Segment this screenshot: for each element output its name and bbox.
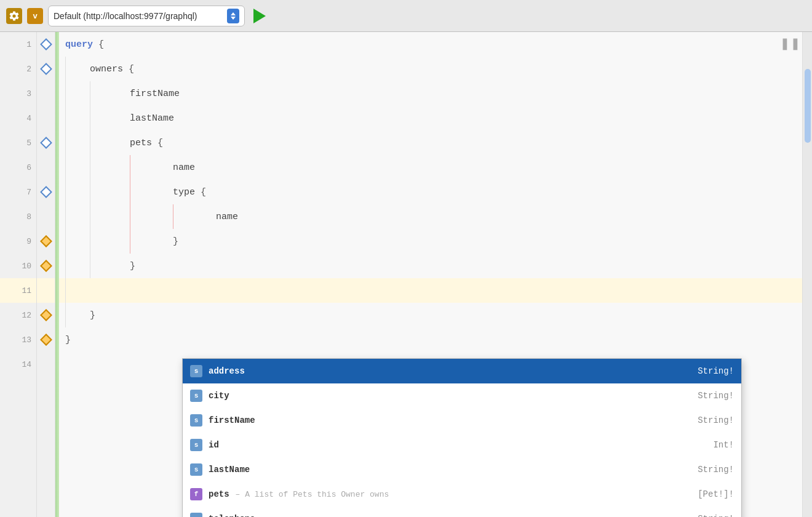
line-number-10: 10 — [0, 254, 36, 278]
code-line-4: lastName — [59, 106, 802, 130]
autocomplete-item-city[interactable]: s city String! — [183, 383, 741, 408]
code-token-brace-7: { — [201, 187, 206, 198]
line-number-8: 8 — [0, 204, 36, 229]
gutter-row-8 — [37, 204, 55, 229]
autocomplete-item-firstname[interactable]: s firstName String! — [183, 408, 741, 433]
code-token-query: query — [65, 39, 93, 50]
line-numbers: 1 2 3 4 5 6 7 8 9 10 11 12 13 14 — [0, 32, 37, 517]
gutter-row-7 — [37, 180, 55, 204]
line-number-4: 4 — [0, 106, 36, 130]
code-editor[interactable]: query { owners { firstName — [59, 32, 802, 517]
autocomplete-type-city: String! — [698, 391, 734, 401]
autocomplete-type-id: Int! — [713, 440, 734, 450]
code-token-brace-13: } — [65, 335, 71, 345]
code-token-name-8: name — [216, 212, 238, 222]
line-number-12: 12 — [0, 303, 36, 327]
gutter-row-4 — [37, 106, 55, 130]
gutter-row-6 — [37, 155, 55, 180]
gutter-icon-13[interactable] — [40, 334, 52, 346]
autocomplete-desc-pets: – A list of Pets this Owner owns — [236, 490, 389, 499]
line-number-5: 5 — [0, 130, 36, 155]
code-token-brace-1: { — [98, 39, 104, 50]
code-token-brace-2: { — [129, 64, 134, 74]
url-dropdown-icon[interactable] — [227, 9, 239, 23]
autocomplete-item-lastname[interactable]: s lastName String! — [183, 457, 741, 482]
code-token-brace-9: } — [173, 236, 178, 247]
main-content: ❚❚ 1 2 3 4 5 6 7 8 9 10 11 12 13 14 — [0, 32, 812, 517]
run-button[interactable] — [250, 6, 269, 26]
badge-pets: f — [190, 488, 202, 500]
gutter-row-12 — [37, 303, 55, 327]
autocomplete-type-address: String! — [698, 366, 734, 376]
code-line-3: firstName — [59, 81, 802, 106]
badge-lastname: s — [190, 463, 202, 476]
gutter-icon-7[interactable] — [40, 186, 52, 198]
scrollbar-thumb[interactable] — [805, 69, 811, 143]
gutter-icon-12[interactable] — [40, 309, 52, 321]
url-text: Default (http://localhost:9977/graphql) — [54, 11, 223, 21]
code-line-11 — [59, 278, 802, 303]
gutter-icon-2[interactable] — [40, 63, 52, 75]
gutter-row-10 — [37, 254, 55, 278]
gutter-row-13 — [37, 327, 55, 352]
code-token-name-6: name — [173, 162, 195, 173]
autocomplete-item-pets[interactable]: f pets – A list of Pets this Owner owns … — [183, 482, 741, 507]
code-line-7: type { — [59, 180, 802, 204]
code-token-brace-10: } — [130, 261, 135, 271]
code-line-13: } — [59, 327, 802, 352]
code-token-lastname: lastName — [130, 113, 174, 124]
autocomplete-name-firstname: firstName — [209, 415, 255, 425]
gutter-icon-5[interactable] — [40, 137, 52, 149]
badge-address: s — [190, 365, 202, 377]
gutter-row-2 — [37, 57, 55, 81]
gutter-icon-10[interactable] — [40, 260, 52, 272]
badge-id: s — [190, 439, 202, 451]
gutter-icon-9[interactable] — [40, 235, 52, 247]
v-icon[interactable]: v — [27, 8, 43, 24]
line-number-13: 13 — [0, 327, 36, 352]
gutter-row-5 — [37, 130, 55, 155]
gutter — [37, 32, 55, 517]
code-line-6: name — [59, 155, 802, 180]
url-bar[interactable]: Default (http://localhost:9977/graphql) — [48, 6, 245, 26]
gutter-row-3 — [37, 81, 55, 106]
gear-icon[interactable] — [6, 8, 22, 24]
code-token-pets: pets — [130, 138, 152, 148]
line-number-14: 14 — [0, 352, 36, 377]
scrollbar-area[interactable] — [802, 32, 812, 517]
autocomplete-item-address[interactable]: s address String! — [183, 359, 741, 383]
line-number-1: 1 — [0, 32, 36, 57]
badge-telephone: s — [190, 513, 202, 517]
code-token-brace-12: } — [90, 310, 95, 321]
line-number-9: 9 — [0, 229, 36, 254]
code-token-firstname: firstName — [130, 89, 180, 99]
code-line-10: } — [59, 254, 802, 278]
autocomplete-name-city: city — [209, 391, 229, 401]
run-triangle-icon — [253, 9, 266, 23]
gutter-icon-1[interactable] — [40, 38, 52, 50]
code-token-brace-5: { — [157, 138, 163, 148]
line-number-7: 7 — [0, 180, 36, 204]
autocomplete-name-telephone: telephone — [209, 514, 255, 517]
gutter-row-9 — [37, 229, 55, 254]
toolbar: v Default (http://localhost:9977/graphql… — [0, 0, 812, 32]
code-line-5: pets { — [59, 130, 802, 155]
editor-area[interactable]: ❚❚ 1 2 3 4 5 6 7 8 9 10 11 12 13 14 — [0, 32, 812, 517]
autocomplete-type-telephone: String! — [698, 514, 734, 517]
autocomplete-type-lastname: String! — [698, 465, 734, 475]
v-label: v — [33, 11, 37, 20]
gutter-row-1 — [37, 32, 55, 57]
code-line-1: query { — [59, 32, 802, 57]
autocomplete-type-pets: [Pet!]! — [698, 489, 734, 499]
line-number-3: 3 — [0, 81, 36, 106]
autocomplete-name-lastname: lastName — [209, 465, 250, 475]
autocomplete-item-id[interactable]: s id Int! — [183, 433, 741, 457]
badge-firstname: s — [190, 414, 202, 427]
line-number-6: 6 — [0, 155, 36, 180]
autocomplete-item-telephone[interactable]: s telephone String! — [183, 507, 741, 517]
gutter-row-11 — [37, 278, 55, 303]
line-number-2: 2 — [0, 57, 36, 81]
code-line-9: } — [59, 229, 802, 254]
autocomplete-dropdown[interactable]: s address String! s city String! s first… — [182, 358, 742, 517]
app-window: v Default (http://localhost:9977/graphql… — [0, 0, 812, 517]
